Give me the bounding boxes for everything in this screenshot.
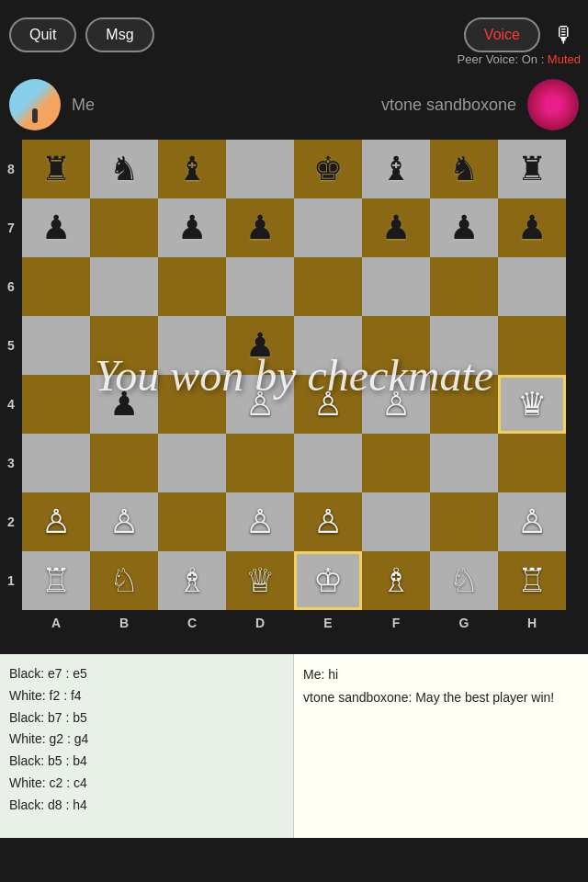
cell-e4[interactable]: ♙ bbox=[294, 375, 362, 434]
rank-3: 3 bbox=[0, 434, 22, 492]
cell-h8[interactable]: ♜ bbox=[498, 140, 566, 198]
cell-c8[interactable]: ♝ bbox=[158, 140, 226, 198]
cell-b1[interactable]: ♘ bbox=[90, 551, 158, 610]
cell-f6[interactable] bbox=[362, 257, 430, 316]
opponent-name-label: vtone sandboxone bbox=[381, 96, 516, 115]
file-c: C bbox=[158, 610, 226, 636]
player-row: Me vtone sandboxone bbox=[0, 70, 588, 140]
cell-e3[interactable] bbox=[294, 434, 362, 492]
move-log: Black: e7 : e5White: f2 : f4Black: b7 : … bbox=[0, 654, 294, 838]
voice-button[interactable]: Voice bbox=[464, 17, 540, 52]
rank-4: 4 bbox=[0, 375, 22, 434]
cell-h5[interactable] bbox=[498, 316, 566, 375]
cell-f4[interactable]: ♙ bbox=[362, 375, 430, 434]
cell-d3[interactable] bbox=[226, 434, 294, 492]
board-and-files: ♜ ♞ ♝ ♚ ♝ ♞ ♜ ♟ ♟ ♟ ♟ ♟ ♟ bbox=[22, 140, 566, 654]
opponent-avatar bbox=[527, 79, 579, 130]
cell-a7[interactable]: ♟ bbox=[22, 198, 90, 257]
cell-b6[interactable] bbox=[90, 257, 158, 316]
cell-b2[interactable]: ♙ bbox=[90, 492, 158, 551]
cell-g1[interactable]: ♘ bbox=[430, 551, 498, 610]
file-d: D bbox=[226, 610, 294, 636]
cell-g7[interactable]: ♟ bbox=[430, 198, 498, 257]
cell-d6[interactable] bbox=[226, 257, 294, 316]
cell-g5[interactable] bbox=[430, 316, 498, 375]
rank-6: 6 bbox=[0, 257, 22, 316]
cell-f7[interactable]: ♟ bbox=[362, 198, 430, 257]
cell-b7[interactable] bbox=[90, 198, 158, 257]
cell-c5[interactable] bbox=[158, 316, 226, 375]
cell-d4[interactable]: ♙ bbox=[226, 375, 294, 434]
cell-d8[interactable] bbox=[226, 140, 294, 198]
cell-c1[interactable]: ♗ bbox=[158, 551, 226, 610]
my-avatar bbox=[9, 79, 61, 130]
cell-f8[interactable]: ♝ bbox=[362, 140, 430, 198]
file-b: B bbox=[90, 610, 158, 636]
chess-board[interactable]: ♜ ♞ ♝ ♚ ♝ ♞ ♜ ♟ ♟ ♟ ♟ ♟ ♟ bbox=[22, 140, 566, 610]
file-g: G bbox=[430, 610, 498, 636]
rank-2: 2 bbox=[0, 492, 22, 551]
cell-a6[interactable] bbox=[22, 257, 90, 316]
cell-g2[interactable] bbox=[430, 492, 498, 551]
cell-g4[interactable] bbox=[430, 375, 498, 434]
cell-h3[interactable] bbox=[498, 434, 566, 492]
cell-f3[interactable] bbox=[362, 434, 430, 492]
cell-c7[interactable]: ♟ bbox=[158, 198, 226, 257]
cell-e7[interactable] bbox=[294, 198, 362, 257]
cell-a5[interactable] bbox=[22, 316, 90, 375]
cell-e2[interactable]: ♙ bbox=[294, 492, 362, 551]
cell-c6[interactable] bbox=[158, 257, 226, 316]
cell-c3[interactable] bbox=[158, 434, 226, 492]
cell-b4[interactable]: ♟ bbox=[90, 375, 158, 434]
move-entry: White: f2 : f4 bbox=[9, 685, 284, 707]
cell-b5[interactable] bbox=[90, 316, 158, 375]
peer-voice-on-label: Peer Voice: On : bbox=[458, 52, 548, 66]
move-entry: Black: b5 : b4 bbox=[9, 751, 284, 773]
msg-button[interactable]: Msg bbox=[85, 17, 153, 52]
cell-e1[interactable]: ♔ bbox=[294, 551, 362, 610]
cell-e6[interactable] bbox=[294, 257, 362, 316]
rank-5: 5 bbox=[0, 316, 22, 375]
cell-f1[interactable]: ♗ bbox=[362, 551, 430, 610]
cell-d1[interactable]: ♕ bbox=[226, 551, 294, 610]
cell-h7[interactable]: ♟ bbox=[498, 198, 566, 257]
cell-a2[interactable]: ♙ bbox=[22, 492, 90, 551]
file-labels: A B C D E F G H bbox=[22, 610, 566, 636]
cell-d5[interactable]: ♟ bbox=[226, 316, 294, 375]
cell-a3[interactable] bbox=[22, 434, 90, 492]
cell-d2[interactable]: ♙ bbox=[226, 492, 294, 551]
cell-c2[interactable] bbox=[158, 492, 226, 551]
board-wrapper: 8 7 6 5 4 3 2 1 ♜ ♞ ♝ ♚ ♝ ♞ ♜ ♟ ♟ bbox=[0, 140, 588, 654]
quit-button[interactable]: Quit bbox=[9, 17, 76, 52]
cell-c4[interactable] bbox=[158, 375, 226, 434]
chess-board-container: 8 7 6 5 4 3 2 1 ♜ ♞ ♝ ♚ ♝ ♞ ♜ ♟ ♟ bbox=[0, 140, 588, 654]
cell-e5[interactable] bbox=[294, 316, 362, 375]
my-name-label: Me bbox=[72, 96, 95, 115]
cell-d7[interactable]: ♟ bbox=[226, 198, 294, 257]
cell-g3[interactable] bbox=[430, 434, 498, 492]
cell-g6[interactable] bbox=[430, 257, 498, 316]
move-entry: Black: d8 : h4 bbox=[9, 795, 284, 817]
chat-entry: vtone sandboxone: May the best player wi… bbox=[303, 686, 579, 709]
cell-a8[interactable]: ♜ bbox=[22, 140, 90, 198]
cell-a4[interactable] bbox=[22, 375, 90, 434]
cell-b3[interactable] bbox=[90, 434, 158, 492]
cell-h1[interactable]: ♖ bbox=[498, 551, 566, 610]
file-f: F bbox=[362, 610, 430, 636]
cell-e8[interactable]: ♚ bbox=[294, 140, 362, 198]
chat-entry: Me: hi bbox=[303, 663, 579, 686]
cell-g8[interactable]: ♞ bbox=[430, 140, 498, 198]
file-a: A bbox=[22, 610, 90, 636]
cell-b8[interactable]: ♞ bbox=[90, 140, 158, 198]
cell-a1[interactable]: ♖ bbox=[22, 551, 90, 610]
cell-f2[interactable] bbox=[362, 492, 430, 551]
cell-h4[interactable]: ♛ bbox=[498, 375, 566, 434]
cell-h6[interactable] bbox=[498, 257, 566, 316]
peer-voice-status: Peer Voice: On : Muted bbox=[458, 52, 581, 66]
cell-f5[interactable] bbox=[362, 316, 430, 375]
microphone-button[interactable]: 🎙 bbox=[549, 18, 579, 51]
move-entry: White: g2 : g4 bbox=[9, 729, 284, 751]
rank-8: 8 bbox=[0, 140, 22, 198]
cell-h2[interactable]: ♙ bbox=[498, 492, 566, 551]
move-entry: White: c2 : c4 bbox=[9, 773, 284, 795]
